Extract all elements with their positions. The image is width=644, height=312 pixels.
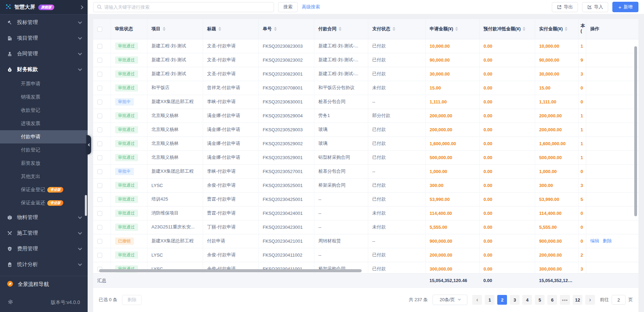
- sidebar-group-item[interactable]: 项目管理: [0, 30, 88, 46]
- sidebar-group-item[interactable]: 投标管理: [0, 15, 88, 30]
- cell-contract: 新建工程-刘-测试-...: [314, 53, 368, 67]
- gear-icon[interactable]: [8, 299, 13, 306]
- sidebar-sub-item[interactable]: 其他支出: [0, 170, 88, 183]
- sort-caret-icon[interactable]: [455, 27, 458, 31]
- column-header[interactable]: 预付款冲抵金额(¥): [479, 19, 535, 39]
- cell-actions: [586, 136, 638, 150]
- row-checkbox[interactable]: [97, 114, 102, 118]
- sidebar-sub-item[interactable]: 保证金登记专业版: [0, 183, 88, 196]
- cell-checkbox: [93, 123, 111, 136]
- row-checkbox[interactable]: [97, 100, 102, 104]
- status-badge: 审批通过: [115, 182, 138, 189]
- sort-caret-icon[interactable]: [339, 27, 341, 31]
- pro-edition-badge: 专业版: [47, 200, 64, 206]
- sidebar-sub-item[interactable]: 进项发票: [0, 117, 88, 130]
- sidebar-group-item[interactable]: 施工管理: [0, 225, 88, 241]
- sidebar-sub-item[interactable]: 付款登记: [0, 143, 88, 157]
- prev-page-button[interactable]: ‹: [472, 295, 482, 305]
- export-button[interactable]: 导出: [552, 2, 578, 12]
- search-button[interactable]: 搜索: [278, 2, 298, 12]
- import-icon: [587, 5, 592, 9]
- export-icon: [557, 5, 562, 9]
- sidebar-sub-item[interactable]: 付款申请: [0, 130, 88, 143]
- cell-checkbox: [93, 234, 111, 248]
- sidebar-sub-item[interactable]: 薪资发放: [0, 157, 88, 170]
- row-checkbox[interactable]: [97, 253, 102, 258]
- cell-order-no: FKSQ20230708001: [258, 81, 314, 95]
- goto-page-input[interactable]: [612, 295, 626, 305]
- sidebar-sub-item[interactable]: 保证金返还专业版: [0, 196, 88, 210]
- row-checkbox[interactable]: [97, 155, 102, 160]
- page-button[interactable]: 12: [573, 295, 582, 305]
- add-button[interactable]: + 新增: [612, 2, 638, 12]
- row-checkbox[interactable]: [97, 183, 102, 188]
- page-button[interactable]: 5: [535, 295, 545, 305]
- sidebar-sub-item[interactable]: 开票申请: [0, 77, 88, 91]
- row-checkbox[interactable]: [97, 58, 102, 63]
- cell-project: 消防维保项目: [147, 206, 203, 220]
- column-header[interactable]: 单号: [258, 19, 314, 39]
- page-button[interactable]: 1: [485, 295, 494, 305]
- row-checkbox[interactable]: [97, 44, 102, 49]
- sort-caret-icon[interactable]: [565, 27, 567, 31]
- sidebar-group-item[interactable]: 合同管理: [0, 46, 88, 62]
- sort-caret-icon[interactable]: [393, 27, 395, 31]
- cell-apply-amount: 200,000.00: [425, 248, 479, 262]
- sidebar-item-panorama-flow-nav[interactable]: 全景流程导航: [0, 276, 88, 292]
- row-checkbox[interactable]: [97, 197, 102, 202]
- sidebar-group-item[interactable]: 统计分析: [0, 257, 88, 272]
- sort-caret-icon[interactable]: [218, 27, 221, 31]
- sidebar-collapse-handle[interactable]: [86, 135, 91, 155]
- sidebar-sub-label: 销项发票: [21, 94, 40, 100]
- next-page-button[interactable]: ›: [585, 295, 595, 305]
- row-checkbox[interactable]: [97, 169, 102, 174]
- column-header[interactable]: 项目: [147, 19, 203, 39]
- row-checkbox[interactable]: [97, 72, 102, 77]
- page-button[interactable]: 2: [497, 295, 507, 305]
- cell-apply-amount: 10,000.00: [425, 39, 479, 53]
- page-size-select[interactable]: 20条/页: [433, 295, 467, 305]
- compass-icon: [7, 281, 13, 288]
- column-header[interactable]: 标题: [203, 19, 258, 39]
- more-pages-button[interactable]: •••: [560, 295, 570, 305]
- page-button[interactable]: 3: [510, 295, 520, 305]
- sort-caret-icon[interactable]: [274, 27, 277, 31]
- row-checkbox[interactable]: [97, 211, 102, 216]
- sidebar-sub-label: 付款登记: [21, 147, 40, 153]
- row-checkbox[interactable]: [97, 141, 102, 146]
- sidebar-brand-smart-screen[interactable]: 智慧大屏 旗舰版: [0, 0, 88, 15]
- sidebar-group-item[interactable]: ¥财务账款: [0, 62, 88, 77]
- cell-actions: [586, 123, 638, 136]
- sidebar-sub-item[interactable]: 销项发票: [0, 91, 88, 104]
- row-checkbox[interactable]: [97, 127, 102, 132]
- vertical-scrollbar-thumb[interactable]: [634, 46, 637, 216]
- advanced-search-link[interactable]: 高级搜索: [302, 4, 320, 10]
- sidebar-group-item[interactable]: 物料管理: [0, 210, 88, 225]
- sort-caret-icon[interactable]: [523, 27, 525, 31]
- column-header[interactable]: 申请金额(¥): [425, 19, 479, 39]
- version-label: 版本号:v4.0.0: [51, 299, 80, 306]
- import-button[interactable]: 导入: [582, 2, 608, 12]
- column-header[interactable]: 支付状态: [368, 19, 425, 39]
- column-header[interactable]: 付款合同: [314, 19, 368, 39]
- column-header[interactable]: 实付金额(¥): [535, 19, 578, 39]
- sort-caret-icon[interactable]: [163, 27, 166, 31]
- cell-contract: 玻璃: [314, 136, 368, 150]
- page-button[interactable]: 4: [522, 295, 532, 305]
- batch-delete-button[interactable]: 删除: [122, 295, 142, 305]
- cell-title: 余俊-付款申请: [203, 248, 258, 262]
- page-button[interactable]: 6: [547, 295, 557, 305]
- row-checkbox[interactable]: [97, 86, 102, 91]
- sidebar-group-item[interactable]: ¥费用管理: [0, 241, 88, 257]
- search-input[interactable]: [104, 5, 270, 10]
- horizontal-scrollbar-thumb[interactable]: [99, 269, 362, 272]
- row-checkbox[interactable]: [97, 239, 102, 244]
- delete-row-link[interactable]: 删除: [603, 238, 612, 243]
- sidebar-scrollbar-thumb[interactable]: [85, 195, 87, 216]
- sidebar-sub-label: 进项发票: [21, 120, 40, 127]
- select-all-checkbox[interactable]: [97, 27, 102, 32]
- cell-offset-amount: 0.00: [479, 67, 535, 81]
- edit-row-link[interactable]: 编辑: [590, 238, 599, 243]
- sidebar-sub-item[interactable]: 收款登记: [0, 104, 88, 117]
- row-checkbox[interactable]: [97, 225, 102, 230]
